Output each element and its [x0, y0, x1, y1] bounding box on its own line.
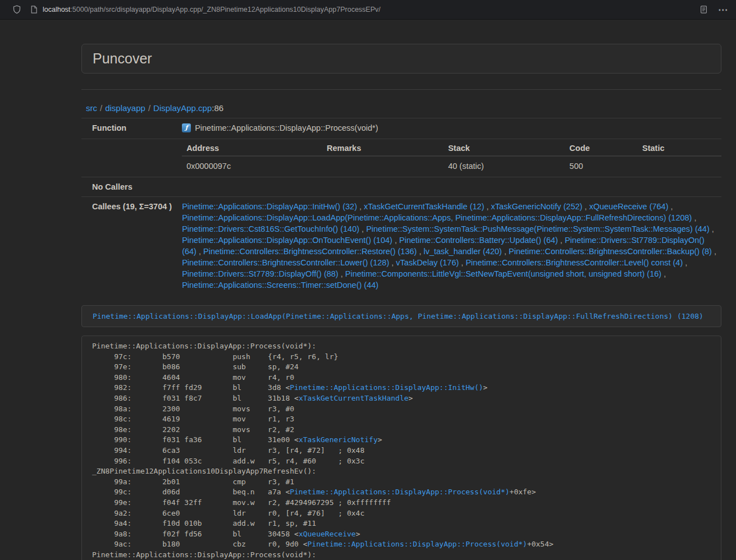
page-icon[interactable]	[30, 5, 38, 14]
callee-link[interactable]: Pinetime::Components::LittleVgl::SetNewT…	[345, 269, 661, 278]
callee-link[interactable]: Pinetime::Applications::DisplayApp::OnTo…	[182, 236, 392, 245]
cell-code: 500	[565, 156, 638, 177]
breadcrumb-separator: /	[145, 103, 153, 113]
code-symbol-link[interactable]: Pinetime::Applications::DisplayApp::Proc…	[290, 488, 509, 496]
code-symbol-link[interactable]: Pinetime::Applications::DisplayApp::Init…	[290, 383, 483, 392]
symbol-panel-heading: Pinetime::Applications::DisplayApp::Load…	[81, 305, 721, 327]
callee-link[interactable]: Pinetime::Applications::Screens::Timer::…	[182, 281, 378, 290]
breadcrumb: src/displayapp/DisplayApp.cpp:86	[81, 103, 721, 113]
callee-separator: ,	[339, 269, 345, 278]
callee-link[interactable]: Pinetime::Controllers::Battery::Update()…	[399, 236, 558, 245]
callees-list: Pinetime::Applications::DisplayApp::Init…	[182, 201, 717, 291]
callee-separator: ,	[196, 247, 203, 256]
callee-separator: ,	[692, 213, 696, 222]
table-row: Address Remarks Stack Code Static 0x0000…	[81, 139, 721, 177]
callee-link[interactable]: lv_task_handler (420)	[423, 247, 501, 256]
breadcrumb-item-file[interactable]: DisplayApp.cpp	[153, 103, 212, 113]
table-row: 0x0000097c 40 (static) 500	[182, 156, 721, 177]
code-symbol-link[interactable]: Pinetime::Applications::DisplayApp::Proc…	[308, 540, 527, 548]
toolbar-actions: ⋯	[700, 5, 729, 15]
callees-label: Callees (19, Σ=3704 )	[81, 197, 176, 296]
metrics-table: Address Remarks Stack Code Static 0x0000…	[182, 139, 721, 177]
column-header-static: Static	[638, 139, 721, 156]
callee-separator: ,	[389, 258, 396, 267]
code-symbol-link[interactable]: xQueueReceive	[299, 530, 356, 538]
cell-static	[638, 156, 721, 177]
breadcrumb-separator: /	[97, 103, 105, 113]
url-host: localhost	[43, 6, 70, 13]
column-header-remarks: Remarks	[322, 139, 444, 156]
callee-separator: ,	[683, 258, 687, 267]
callee-link[interactable]: xQueueReceive (764)	[589, 202, 668, 211]
callee-separator: ,	[357, 202, 364, 211]
page-container: Puncover src/displayapp/DisplayApp.cpp:8…	[81, 44, 721, 560]
callee-link[interactable]: Pinetime::Controllers::BrightnessControl…	[509, 247, 712, 256]
callee-separator: ,	[359, 224, 366, 233]
column-header-code: Code	[565, 139, 638, 156]
callee-link[interactable]: Pinetime::Controllers::BrightnessControl…	[465, 258, 683, 267]
cell-remarks	[322, 156, 444, 177]
symbol-heading-link[interactable]: Pinetime::Applications::DisplayApp::Load…	[93, 312, 703, 320]
cell-address: 0x0000097c	[182, 156, 322, 177]
callee-link[interactable]: vTaskDelay (176)	[396, 258, 459, 267]
url-bar[interactable]: localhost:5000/path/src/displayapp/Displ…	[43, 6, 700, 13]
table-header-row: Address Remarks Stack Code Static	[182, 139, 721, 156]
breadcrumb-item-src[interactable]: src	[86, 103, 97, 113]
callee-separator: ,	[712, 247, 716, 256]
cell-stack: 40 (static)	[444, 156, 565, 177]
callee-separator: ,	[484, 202, 491, 211]
callee-link[interactable]: xTaskGenericNotify (252)	[491, 202, 583, 211]
divider	[81, 89, 721, 90]
code-symbol-link[interactable]: xTaskGetCurrentTaskHandle	[299, 394, 409, 402]
table-row: Callees (19, Σ=3704 ) Pinetime::Applicat…	[81, 197, 721, 296]
column-header-stack: Stack	[444, 139, 565, 156]
callee-link[interactable]: Pinetime::Controllers::BrightnessControl…	[182, 258, 389, 267]
callee-link[interactable]: Pinetime::System::SystemTask::PushMessag…	[366, 224, 710, 233]
callee-separator: ,	[558, 236, 565, 245]
page-title: Puncover	[93, 51, 710, 66]
table-row: Function ƒ Pinetime::Applications::Displ…	[81, 118, 721, 139]
reader-view-icon[interactable]	[700, 5, 708, 14]
callee-separator: ,	[669, 202, 673, 211]
callee-link[interactable]: Pinetime::Drivers::Cst816S::GetTouchInfo…	[182, 224, 359, 233]
function-name: Pinetime::Applications::DisplayApp::Proc…	[195, 122, 378, 134]
breadcrumb-item-displayapp[interactable]: displayapp	[105, 103, 145, 113]
empty-row-label	[81, 139, 176, 177]
no-callers-label: No Callers	[81, 177, 176, 197]
breadcrumb-line-number: :86	[212, 103, 223, 113]
callee-separator: ,	[417, 247, 423, 256]
callee-link[interactable]: Pinetime::Controllers::BrightnessControl…	[203, 247, 417, 256]
disassembly-code: Pinetime::Applications::DisplayApp::Proc…	[81, 336, 721, 560]
function-table: Function ƒ Pinetime::Applications::Displ…	[81, 118, 721, 296]
browser-chrome: localhost:5000/path/src/displayapp/Displ…	[0, 0, 736, 20]
callee-link[interactable]: xTaskGetCurrentTaskHandle (12)	[364, 202, 484, 211]
code-symbol-link[interactable]: xTaskGenericNotify	[299, 435, 378, 444]
app-header: Puncover	[81, 44, 721, 74]
menu-kebab-icon[interactable]: ⋯	[718, 5, 728, 15]
callee-link[interactable]: Pinetime::Applications::DisplayApp::Init…	[182, 202, 357, 211]
callee-link[interactable]: Pinetime::Drivers::St7789::DisplayOff() …	[182, 269, 339, 278]
callee-link[interactable]: Pinetime::Applications::DisplayApp::Load…	[182, 213, 692, 222]
url-path: :5000/path/src/displayapp/DisplayApp.cpp…	[70, 6, 380, 13]
callee-separator: ,	[459, 258, 465, 267]
callee-separator: ,	[661, 269, 666, 278]
callee-separator: ,	[392, 236, 399, 245]
column-header-address: Address	[182, 139, 322, 156]
shield-icon[interactable]	[12, 5, 21, 14]
function-icon: ƒ	[182, 123, 191, 132]
function-row-label: Function	[81, 118, 176, 139]
callee-separator: ,	[502, 247, 509, 256]
callee-separator: ,	[582, 202, 589, 211]
table-row: No Callers	[81, 177, 721, 197]
callee-separator: ,	[710, 224, 714, 233]
